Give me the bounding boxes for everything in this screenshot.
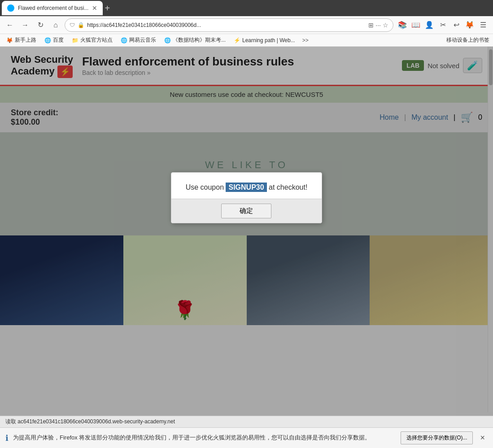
mobile-bookmarks-label[interactable]: 移动设备上的书签 (446, 36, 489, 44)
back-button[interactable]: ← (4, 19, 16, 31)
bookmark-label: 《数据结构》期末考... (173, 36, 226, 44)
modal-text-before: Use coupon (186, 183, 226, 191)
firefox-button[interactable]: 🦊 (463, 19, 476, 31)
info-icon: ℹ (5, 433, 9, 443)
tab-favicon (7, 4, 14, 12)
firefox-notif-bottom: ℹ 为提高用户体验，Firefox 将发送部分功能的使用情况给我们，用于进一步优… (0, 428, 493, 448)
modal-ok-button[interactable]: 确定 (221, 204, 271, 218)
bookmarks-bar: 🦊 新手上路 🌐 百度 📁 火狐官方站点 🌐 网易云音乐 🌐 《数据结构》期末考… (0, 34, 493, 47)
lock-icon: 🔒 (78, 22, 84, 28)
new-tab-button[interactable]: + (105, 3, 110, 13)
tab-title: Flawed enforcement of busi... (18, 5, 88, 11)
modal-body: Use coupon SIGNUP30 at checkout! (171, 173, 322, 199)
star-icon[interactable]: ☆ (383, 22, 388, 29)
shield-icon: 🛡 (70, 22, 75, 28)
menu-button[interactable]: ☰ (477, 19, 489, 31)
account-button[interactable]: 👤 (423, 19, 436, 31)
bookmark-icon-baidu: 🌐 (44, 37, 51, 43)
bookmark-label: 百度 (53, 36, 64, 44)
modal-footer: 确定 (171, 199, 322, 223)
firefox-notif-close-button[interactable]: × (477, 432, 488, 444)
bookmark-icon-folder: 📁 (72, 37, 79, 43)
reader-button[interactable]: 📖 (410, 19, 422, 31)
nav-bar: ← → ↻ ⌂ 🛡 🔒 https://ac641fe21e0341c18066… (0, 16, 493, 34)
bookmark-baidu[interactable]: 🌐 百度 (42, 35, 66, 45)
bookmark-icon-wangyi: 🌐 (121, 37, 127, 43)
home-button[interactable]: ⌂ (49, 19, 62, 31)
modal-overlay: Use coupon SIGNUP30 at checkout! 确定 (0, 47, 493, 448)
reload-button[interactable]: ↻ (34, 19, 47, 31)
url-icons: ⊞ ··· ☆ (368, 22, 388, 29)
modal-text-after: at checkout! (267, 183, 308, 191)
undo-button[interactable]: ↩ (450, 19, 462, 31)
bookmark-label: 新手上路 (15, 36, 36, 44)
modal-dialog: Use coupon SIGNUP30 at checkout! 确定 (171, 172, 323, 223)
firefox-notif-text: 为提高用户体验，Firefox 将发送部分功能的使用情况给我们，用于进一步优化火… (13, 434, 396, 442)
history-button[interactable]: 📚 (396, 19, 409, 31)
bookmark-wangyi[interactable]: 🌐 网易云音乐 (118, 35, 159, 45)
firefox-share-button[interactable]: 选择您要分享的数据(O)... (401, 431, 473, 444)
bookmark-icon-firefox: 🦊 (6, 37, 13, 43)
screenshot-button[interactable]: ✂ (436, 19, 449, 31)
tab-close-button[interactable]: ✕ (92, 4, 97, 12)
bookmark-datastructure[interactable]: 🌐 《数据结构》期末考... (161, 35, 228, 45)
status-bar-text: 读取 ac641fe21e0341c18066ce040039006d.web-… (5, 418, 175, 425)
url-bar[interactable]: 🛡 🔒 https://ac641fe21e0341c18066ce040039… (65, 18, 393, 32)
bookmark-xinshoulushan[interactable]: 🦊 新手上路 (4, 35, 39, 45)
bookmark-label: Learning path | Web... (242, 37, 295, 43)
tab-bar: Flawed enforcement of busi... ✕ + (0, 0, 493, 16)
status-bar: 读取 ac641fe21e0341c18066ce040039006d.web-… (0, 416, 493, 428)
toolbar-icons: 📚 📖 👤 ✂ ↩ 🦊 ☰ (396, 19, 489, 31)
url-text: https://ac641fe21e0341c18066ce040039006d… (87, 22, 366, 28)
qr-icon[interactable]: ⊞ (368, 22, 374, 29)
bookmark-label: 网易云音乐 (129, 36, 156, 44)
forward-button[interactable]: → (19, 19, 31, 31)
bookmark-icon-lp: ⚡ (234, 37, 240, 43)
bookmark-learningpath[interactable]: ⚡ Learning path | Web... (231, 36, 298, 44)
more-url-icon[interactable]: ··· (375, 22, 381, 29)
more-bookmarks-button[interactable]: >> (301, 36, 310, 44)
bookmark-icon-ds: 🌐 (164, 37, 171, 43)
modal-coupon-code: SIGNUP30 (226, 183, 266, 192)
bookmark-firefox-official[interactable]: 📁 火狐官方站点 (69, 35, 115, 45)
browser-chrome: Flawed enforcement of busi... ✕ + ← → ↻ … (0, 0, 493, 47)
firefox-notification: 读取 ac641fe21e0341c18066ce040039006d.web-… (0, 416, 493, 448)
bookmark-label: 火狐官方站点 (80, 36, 113, 44)
active-tab[interactable]: Flawed enforcement of busi... ✕ (2, 1, 103, 15)
